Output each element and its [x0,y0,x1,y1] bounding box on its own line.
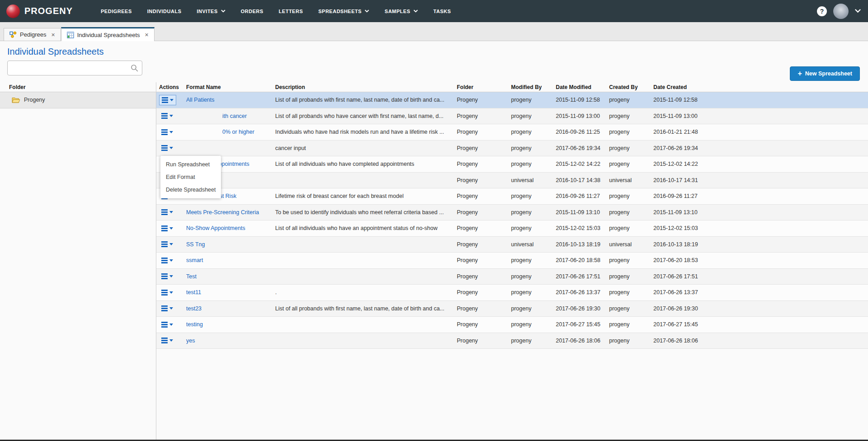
brand[interactable]: PROGENY [0,5,73,18]
row-actions-button[interactable] [159,304,175,313]
cell-created-by: progeny [606,333,651,349]
format-name-link[interactable]: Meets Pre-Screening Criteria [186,209,259,216]
cell-format-name: All Patients [183,92,272,108]
table-row[interactable]: KishionProgenyuniversal2016-10-17 14:38u… [156,173,868,189]
hamburger-icon [162,97,168,103]
row-actions-button[interactable] [159,127,175,137]
format-name-link[interactable]: test23 [186,305,202,312]
nav-item-label: LETTERS [279,9,303,14]
tab-close-icon[interactable]: × [52,31,55,38]
format-name-link[interactable]: yes [186,338,195,344]
menu-item-delete-spreadsheet[interactable]: Delete Spreadsheet [160,183,221,196]
cell-modified-by: universal [508,237,553,253]
format-name-link[interactable]: testing [186,321,203,328]
format-name-link[interactable]: ssmart [186,257,203,263]
cell-created-by: progeny [606,269,651,285]
table-row[interactable]: 0% or higherIndividuals who have had ris… [156,124,868,141]
cell-actions [156,301,183,317]
tab-close-icon[interactable]: × [145,31,149,38]
nav-item-individuals[interactable]: INDIVIDUALS [147,9,182,14]
column-header-actions[interactable]: Actions [156,82,183,92]
caret-down-icon [169,147,173,149]
cell-folder: Progeny [454,220,508,236]
table-row[interactable]: ssmartProgenyprogeny2017-06-20 18:58prog… [156,253,868,269]
nav-item-orders[interactable]: ORDERS [241,9,263,14]
folder-item-progeny[interactable]: Progeny [0,92,156,108]
cell-date-modified: 2017-06-26 13:37 [553,285,606,300]
row-actions-button[interactable] [159,224,175,233]
column-header-date-modified[interactable]: Date Modified [553,82,606,92]
nav-item-invites[interactable]: INVITES [197,9,225,14]
cell-modified-by: universal [508,173,553,188]
cell-modified-by: progeny [508,253,553,268]
nav-item-pedigrees[interactable]: PEDIGREES [101,9,132,14]
column-header-created-by[interactable]: Created By [606,82,651,92]
format-name-link[interactable]: All Patients [186,97,215,103]
row-actions-button[interactable] [159,143,175,153]
new-spreadsheet-button[interactable]: + New Spreadsheet [790,66,860,81]
table-header-row: ActionsFormat NameDescriptionFolderModif… [156,82,868,92]
cell-description: List of all probands with first name, la… [272,92,454,108]
cell-folder: Progeny [454,285,508,300]
row-actions-button[interactable] [159,320,175,329]
format-name-link[interactable]: No-Show Appointments [186,225,245,231]
caret-down-icon [169,307,173,310]
cell-actions [156,285,183,300]
table-row[interactable]: TestProgenyprogeny2017-06-26 17:51progen… [156,269,868,285]
table-row[interactable]: Lifetime Breast RiskLifetime risk of bre… [156,188,868,205]
row-actions-button[interactable] [159,256,175,265]
hamburger-icon [161,209,168,215]
format-name-link[interactable]: Test [186,273,197,280]
table-row[interactable]: SS TngProgenyuniversal2016-10-13 18:19un… [156,237,868,253]
row-actions-button[interactable] [159,272,175,281]
cell-actions [156,317,183,333]
pedigree-icon [9,31,17,38]
column-header-description[interactable]: Description [272,82,454,92]
cell-format-name: yes [183,333,272,349]
caret-down-icon [169,115,173,117]
tab-individual-spreadsheets[interactable]: Individual Spreadsheets × [61,27,155,41]
column-header-date-created[interactable]: Date Created [651,82,868,92]
menu-item-edit-format[interactable]: Edit Format [160,171,221,183]
nav-item-tasks[interactable]: TASKS [433,9,451,14]
tab-pedigrees[interactable]: Pedigrees × [4,28,61,41]
cell-folder: Progeny [454,301,508,317]
row-actions-button[interactable] [159,239,175,249]
column-header-format-name[interactable]: Format Name [183,82,272,92]
table-row[interactable]: testingProgenyprogeny2017-06-27 15:45pro… [156,317,868,333]
cell-date-created: 2017-06-27 15:45 [651,317,868,333]
table-row[interactable]: cancer inputProgenyprogeny2017-06-26 19:… [156,141,868,157]
column-header-folder[interactable]: Folder [454,82,508,92]
cell-modified-by: progeny [508,188,553,204]
column-header-modified-by[interactable]: Modified By [508,82,553,92]
format-name-link[interactable]: SS Tng [186,241,205,248]
cell-description [272,253,454,268]
table-row[interactable]: Completed AppointmentsList of all indivi… [156,156,868,173]
table-row[interactable]: No-Show AppointmentsList of all individu… [156,220,868,237]
table-row[interactable]: Meets Pre-Screening CriteriaTo be used t… [156,205,868,221]
nav-item-letters[interactable]: LETTERS [279,9,303,14]
user-avatar[interactable] [833,4,849,19]
menu-item-run-spreadsheet[interactable]: Run Spreadsheet [160,158,221,171]
help-icon[interactable]: ? [817,6,827,16]
row-actions-button[interactable] [159,288,175,297]
table-row[interactable]: test11.Progenyprogeny2017-06-26 13:37pro… [156,285,868,301]
cell-modified-by: progeny [508,108,553,124]
row-actions-button[interactable] [159,111,175,121]
format-name-link[interactable]: 0% or higher [222,129,254,135]
app-window: PROGENY PEDIGREESINDIVIDUALSINVITESORDER… [0,0,868,441]
search-input[interactable] [7,61,142,75]
row-actions-button[interactable] [159,336,175,345]
table-row[interactable]: ith cancerList of all probands who have … [156,108,868,125]
table-row[interactable]: All PatientsList of all probands with fi… [156,92,868,108]
format-name-link[interactable]: ith cancer [222,113,247,119]
nav-item-samples[interactable]: SAMPLES [385,9,418,14]
table-row[interactable]: test23List of all probands with first na… [156,301,868,317]
format-name-link[interactable]: test11 [186,289,201,296]
row-actions-button[interactable] [159,95,176,105]
nav-item-spreadsheets[interactable]: SPREADSHEETS [318,9,369,14]
chevron-down-icon[interactable] [855,9,861,13]
page-title: Individual Spreadsheets [7,47,868,57]
table-row[interactable]: yesProgenyprogeny2017-06-26 18:06progeny… [156,333,868,349]
row-actions-button[interactable] [159,207,175,217]
